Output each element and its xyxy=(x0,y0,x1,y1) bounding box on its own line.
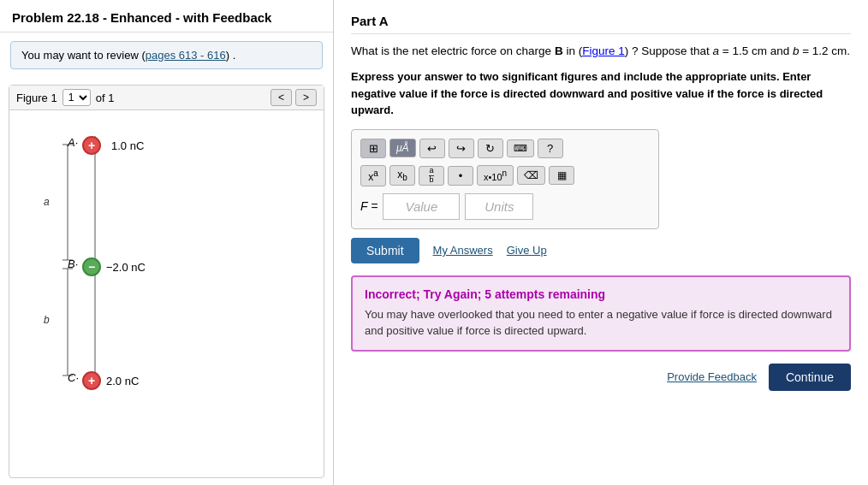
charge-b-circle: − xyxy=(82,257,101,276)
math-toolbar-2: xa xb a b • x•10n ⌫ ▦ xyxy=(360,165,650,186)
charge-a-label-text: 1.0 nC xyxy=(111,139,144,152)
review-box: You may want to review (pages 613 - 616)… xyxy=(10,41,323,69)
problem-title: Problem 22.18 - Enhanced - with Feedback xyxy=(0,0,333,33)
figure-link[interactable]: Figure 1 xyxy=(582,44,625,57)
figure-select[interactable]: 1 xyxy=(62,89,91,106)
review-link[interactable]: pages 613 - 616 xyxy=(146,49,226,62)
diagram: + 1.0 nC A· − −2.0 nC B· + 2.0 nC C· a b xyxy=(9,110,324,471)
my-answers-button[interactable]: My Answers xyxy=(433,244,493,257)
part-label: Part A xyxy=(351,14,851,34)
prev-figure-button[interactable]: < xyxy=(271,89,292,106)
charge-a-point-label: A· xyxy=(68,136,78,149)
dot-button[interactable]: • xyxy=(448,166,473,186)
figure-area: Figure 1 1 of 1 < > xyxy=(9,85,324,478)
figure-toolbar: Figure 1 1 of 1 < > xyxy=(9,86,324,110)
charge-a-circle: + xyxy=(82,136,101,155)
feedback-text: You may have overlooked that you need to… xyxy=(365,306,837,340)
review-text: You may want to review ( xyxy=(21,49,146,62)
continue-button[interactable]: Continue xyxy=(769,364,851,391)
mu-button[interactable]: μÅ xyxy=(389,139,416,157)
figure-nav: < > xyxy=(271,89,317,106)
dim-b-label: b xyxy=(44,314,50,326)
feedback-title: Incorrect; Try Again; 5 attempts remaini… xyxy=(365,287,837,301)
math-toolbar: ⊞ μÅ ↩ ↪ ↻ ⌨ ? xyxy=(360,139,650,158)
action-row: Submit My Answers Give Up xyxy=(351,238,851,263)
undo-button[interactable]: ↩ xyxy=(419,139,445,158)
charge-b-row: − −2.0 nC xyxy=(82,257,146,276)
keyboard-button[interactable]: ⌨ xyxy=(507,139,534,157)
charge-c-row: + 2.0 nC xyxy=(82,371,139,390)
charge-b-point-label: B· xyxy=(68,257,78,270)
feedback-box: Incorrect; Try Again; 5 attempts remaini… xyxy=(351,275,851,352)
submit-button[interactable]: Submit xyxy=(351,238,419,263)
delete-button[interactable]: ⌫ xyxy=(517,166,545,185)
charge-a-row: + 1.0 nC xyxy=(82,136,144,155)
figure-of: of 1 xyxy=(96,92,115,104)
instructions-text: Express your answer to two significant f… xyxy=(351,68,851,119)
equation-row: F = Value Units xyxy=(360,193,650,220)
xb-button[interactable]: xb xyxy=(389,165,415,186)
units-input[interactable]: Units xyxy=(465,193,533,220)
frac-button[interactable]: a b xyxy=(419,166,444,186)
dim-a-label: a xyxy=(44,196,50,208)
help-button[interactable]: ? xyxy=(538,139,563,158)
equation-label: F = xyxy=(360,199,378,213)
xa-button[interactable]: xa xyxy=(360,165,386,186)
diagram-svg xyxy=(9,110,324,471)
next-figure-button[interactable]: > xyxy=(295,89,317,106)
figure-label: Figure 1 xyxy=(16,92,57,104)
matrix-button[interactable]: ▦ xyxy=(549,166,574,185)
left-panel: Problem 22.18 - Enhanced - with Feedback… xyxy=(0,0,334,485)
charge-c-point-label: C· xyxy=(68,371,79,384)
provide-feedback-button[interactable]: Provide Feedback xyxy=(667,370,757,383)
give-up-button[interactable]: Give Up xyxy=(507,244,547,257)
math-input-container: ⊞ μÅ ↩ ↪ ↻ ⌨ ? xa xb a b • x•10n ⌫ ▦ F =… xyxy=(351,129,659,229)
value-input[interactable]: Value xyxy=(383,193,460,220)
charge-c-label-text: 2.0 nC xyxy=(106,375,139,387)
grid-button[interactable]: ⊞ xyxy=(360,139,386,158)
x10n-button[interactable]: x•10n xyxy=(477,165,514,186)
question-text: What is the net electric force on charge… xyxy=(351,43,851,60)
refresh-button[interactable]: ↻ xyxy=(478,139,503,158)
charge-b-label-text: −2.0 nC xyxy=(106,261,146,274)
right-panel: Part A What is the net electric force on… xyxy=(334,0,868,485)
redo-button[interactable]: ↪ xyxy=(449,139,474,158)
review-suffix: ) . xyxy=(226,49,236,62)
bottom-row: Provide Feedback Continue xyxy=(351,364,851,391)
charge-c-circle: + xyxy=(82,371,101,390)
